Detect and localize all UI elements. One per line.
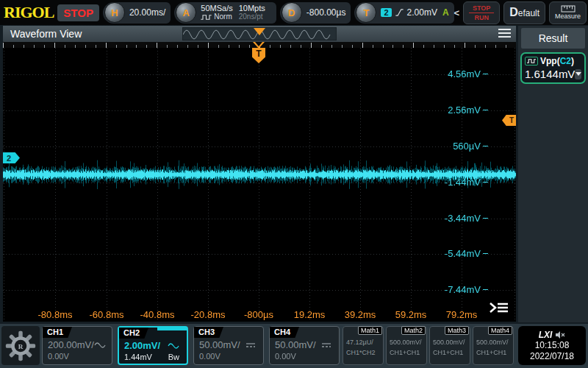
math1-box[interactable]: Math1 47.12µU/ CH1*CH2 [343, 326, 384, 365]
trigger-slope-icon [395, 7, 404, 18]
channel3-box[interactable]: CH3 50.00mV/ 0.00V [193, 326, 264, 365]
lxi-label: LXI [539, 330, 553, 340]
oscilloscope-screen: RIGOL STOP H 20.00ms/ A 50MSa/s Norm 10M… [0, 0, 588, 368]
math1-scale: 47.12µU/ [346, 339, 383, 346]
trigger-sweep-mode: A [442, 7, 449, 18]
measurement-name: Vpp(C2) [540, 56, 574, 66]
math2-scale: 500.00mV/ [390, 339, 426, 346]
time-label: 19.2ms [280, 309, 339, 320]
channel1-tab: CH1 [43, 327, 72, 338]
channel2-scale: 2.00mV/ [124, 340, 160, 351]
dc-coupling-icon [245, 342, 256, 348]
timebase-value: 20.00ms/ [129, 7, 165, 18]
channel2-box[interactable]: CH2 2.00mV/ 1.44mV Bw [118, 326, 188, 365]
time-label: 39.2ms [331, 309, 390, 320]
ac-coupling-icon [168, 343, 179, 349]
rigol-logo: RIGOL [4, 3, 54, 22]
measurement-dropdown-icon[interactable] [575, 69, 581, 79]
voltage-label: -5.44mV [429, 249, 488, 259]
channel3-scale: 50.00mV/ [199, 339, 240, 350]
math3-expression: CH1+CH1 [433, 349, 470, 356]
channel4-scale: 50.00mV/ [275, 339, 316, 350]
math3-tab: Math3 [445, 326, 469, 335]
channel1-scale: 200.00mV/ [48, 339, 94, 350]
expand-results-icon[interactable] [488, 301, 510, 314]
timeline-ruler [3, 42, 516, 48]
result-panel: Result Vpp(C2) 1.6144mV [518, 26, 588, 322]
channel2-active-strip [157, 328, 187, 330]
waveform-display[interactable]: T 2 T 4.56mV 2.56mV 560µV -1.44mV -3.44m… [3, 42, 516, 322]
time-label: -800µs [229, 309, 288, 320]
channel3-offset: 0.00V [199, 352, 220, 361]
channel2-tab: CH2 [119, 328, 148, 339]
math1-expression: CH1*CH2 [346, 349, 383, 356]
math3-box[interactable]: Math3 500.00mV/ CH1+CH1 [429, 326, 470, 365]
math3-scale: 500.00mV/ [433, 339, 470, 346]
voltage-label: 4.56mV [429, 69, 488, 79]
dc-coupling-icon [321, 342, 331, 348]
sample-interval: 20ns/pt [239, 13, 265, 21]
channel4-box[interactable]: CH4 50.00mV/ 0.00V [269, 326, 340, 365]
date: 2022/07/18 [518, 351, 586, 362]
delay-knob[interactable]: D [282, 2, 302, 23]
measurement-value: 1.6144mV [525, 68, 575, 80]
math2-tab: Math2 [401, 326, 426, 335]
math4-box[interactable]: Math4 500.00mV/ CH1+CH1 [473, 326, 514, 365]
stop-label: STOP [473, 4, 490, 12]
horizontal-knob[interactable]: H [104, 2, 125, 23]
stop-run-divider [469, 13, 494, 13]
gear-icon: R [4, 330, 37, 362]
stop-run-button[interactable]: STOP RUN [463, 1, 500, 24]
time-label: 59.2ms [381, 309, 440, 320]
view-title: Waveform View [10, 28, 82, 40]
measure-ruler-icon [561, 5, 576, 13]
bottom-channel-bar: R CH1 200.00mV/ 0.00V CH2 2.00mV/ [0, 324, 588, 368]
voltage-label: -3.44mV [429, 213, 488, 224]
system-menu-button[interactable]: R [1, 326, 40, 365]
system-status-box[interactable]: LXI 10:15:08 2022/07/18 [518, 326, 586, 365]
delay-section[interactable]: D -800.00µs [280, 2, 351, 24]
trigger-source-badge[interactable]: 2 [381, 8, 391, 17]
acquire-knob[interactable]: A [176, 2, 196, 23]
math2-box[interactable]: Math2 500.00mV/ CH1+CH1 [386, 326, 427, 365]
svg-text:R: R [18, 342, 24, 350]
vpp-measure-icon [525, 57, 538, 66]
math1-tab: Math1 [358, 326, 382, 335]
time-label: -40.8ms [128, 309, 187, 320]
acquire-section[interactable]: A 50MSa/s Norm 10Mpts 20ns/pt [174, 2, 276, 24]
math4-tab: Math4 [488, 326, 512, 335]
voltage-label: 560µV [429, 141, 488, 152]
time-label: 79.2ms [432, 309, 491, 320]
measure-button[interactable]: Measure [549, 1, 587, 24]
result-panel-header: Result [521, 28, 585, 49]
acquire-mode: Norm [214, 13, 232, 21]
time-label: -80.8ms [26, 309, 85, 320]
channel3-tab: CH3 [194, 327, 223, 338]
memory-depth: 10Mpts [239, 4, 265, 13]
math2-expression: CH1+CH1 [390, 349, 426, 356]
trigger-section[interactable]: T 2 2.00mV A [354, 2, 453, 24]
clock: 10:15:08 [518, 340, 586, 351]
timebase-preview-strip[interactable] [182, 27, 337, 40]
channel4-offset: 0.00V [275, 352, 296, 361]
trigger-knob[interactable]: T [356, 2, 376, 23]
channel1-box[interactable]: CH1 200.00mV/ 0.00V [42, 326, 112, 365]
measurement-result-item[interactable]: Vpp(C2) 1.6144mV [520, 52, 586, 84]
channel2-offset: 1.44mV [124, 353, 152, 361]
preview-trigger-marker-icon [254, 28, 265, 35]
top-toolbar: RIGOL STOP H 20.00ms/ A 50MSa/s Norm 10M… [0, 0, 588, 25]
mute-speaker-icon [555, 331, 565, 339]
horizontal-section[interactable]: H 20.00ms/ [103, 2, 171, 24]
trigger-delay-value: -800.00µs [306, 7, 346, 18]
menu-icon[interactable] [498, 29, 511, 38]
run-state-badge[interactable]: STOP [57, 4, 99, 21]
default-button[interactable]: Default [503, 1, 545, 24]
toolbar-nav-left-icon[interactable]: < [454, 7, 460, 18]
sample-rate: 50MSa/s [201, 4, 232, 13]
channel1-offset: 0.00V [48, 352, 69, 361]
trigger-level-value: 2.00mV [407, 7, 437, 18]
bandwidth-limit-badge: Bw [168, 353, 179, 361]
math4-scale: 500.00mV/ [476, 339, 513, 346]
voltage-label: -7.44mV [429, 285, 488, 295]
acquisition-waveform-icon [201, 14, 212, 21]
